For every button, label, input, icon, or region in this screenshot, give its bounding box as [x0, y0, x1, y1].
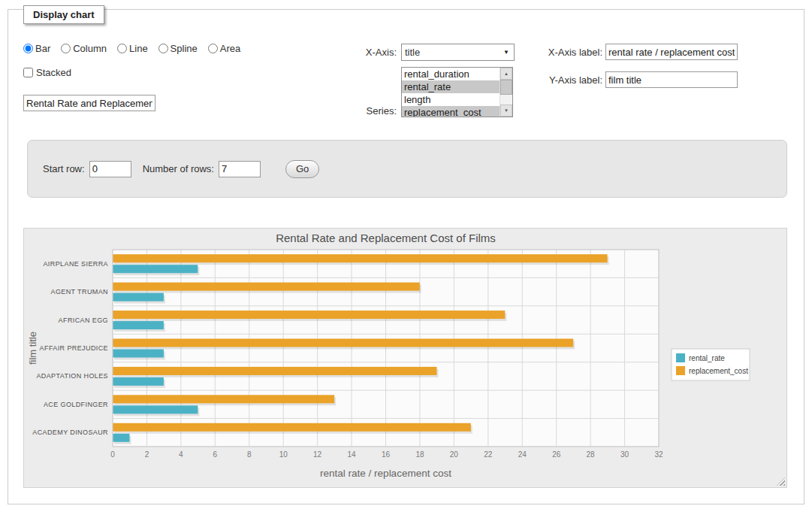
scroll-thumb[interactable] [500, 80, 512, 95]
x-tick-label: 12 [313, 450, 322, 459]
chart-type-radio-area[interactable] [208, 44, 218, 53]
chart-type-radio-spline[interactable] [158, 44, 168, 53]
x-axis-label-caption: X-Axis label: [534, 47, 602, 58]
bar-replacement_cost-5[interactable] [113, 395, 334, 403]
chart-canvas: 02468101214161820222426283032AIRPLANE SI… [24, 229, 786, 487]
x-tick-label: 10 [279, 450, 288, 459]
chart-xaxis-title: rental rate / replacement cost [320, 468, 451, 479]
panel-title: Display chart [23, 5, 104, 24]
x-tick-label: 32 [654, 450, 663, 459]
display-chart-fieldset: Display chart BarColumnLineSplineArea St… [8, 9, 804, 504]
legend-label-replacement_cost: replacement_cost [689, 367, 748, 375]
category-label: ADAPTATION HOLES [36, 372, 108, 380]
x-tick-label: 30 [620, 450, 629, 459]
x-tick-label: 8 [247, 450, 252, 459]
chart-type-label: Spline [171, 43, 198, 54]
scroll-up-icon[interactable]: ▲ [500, 68, 512, 80]
chart-type-line[interactable]: Line [117, 43, 148, 54]
bar-replacement_cost-0[interactable] [113, 254, 608, 262]
x-tick-label: 28 [587, 450, 596, 459]
bar-replacement_cost-6[interactable] [113, 423, 471, 432]
bar-rental_rate-5[interactable] [113, 405, 198, 414]
chart-title: Rental Rate and Replacement Cost of Film… [276, 232, 496, 244]
bar-rental_rate-1[interactable] [113, 293, 164, 301]
stacked-option[interactable]: Stacked [23, 67, 71, 78]
x-tick-label: 22 [484, 450, 493, 459]
x-tick-label: 18 [415, 450, 424, 459]
go-button[interactable]: Go [285, 160, 319, 178]
chart-svg: 02468101214161820222426283032AIRPLANE SI… [24, 229, 786, 487]
number-of-rows-caption: Number of rows: [143, 163, 214, 174]
category-label: ACADEMY DINOSAUR [32, 429, 108, 436]
chart-yaxis-title: film title [27, 332, 38, 365]
bar-rental_rate-3[interactable] [113, 350, 164, 358]
chart-type-label: Area [220, 43, 240, 54]
bar-rental_rate-2[interactable] [113, 321, 164, 329]
chart-type-radio-column[interactable] [61, 44, 71, 53]
bar-rental_rate-6[interactable] [113, 434, 129, 442]
select-dropdown-arrow-icon: ▼ [503, 49, 509, 56]
x-tick-label: 4 [179, 450, 183, 459]
start-row-input[interactable] [89, 161, 131, 177]
category-label: AFFAIR PREJUDICE [40, 344, 108, 352]
series-caption: Series: [337, 105, 397, 117]
chart-type-label: Bar [35, 43, 50, 54]
start-row-caption: Start row: [43, 163, 85, 174]
stacked-label: Stacked [36, 67, 71, 78]
x-tick-label: 0 [110, 450, 115, 459]
x-axis-label-input[interactable] [605, 44, 738, 60]
category-label: AGENT TRUMAN [51, 288, 108, 295]
chart-panel: 02468101214161820222426283032AIRPLANE SI… [23, 228, 787, 488]
series-option-replacement_cost[interactable]: replacement_cost [402, 106, 500, 117]
category-label: AFRICAN EGG [59, 317, 108, 324]
x-axis-selected-value: title [405, 47, 420, 58]
y-axis-label-caption: Y-Axis label: [534, 74, 602, 86]
bar-replacement_cost-2[interactable] [113, 311, 505, 319]
category-label: ACE GOLDFINGER [44, 401, 108, 408]
display-chart-page: Display chart BarColumnLineSplineArea St… [0, 0, 812, 512]
series-option-rental_duration[interactable]: rental_duration [402, 68, 500, 80]
x-tick-label: 20 [450, 450, 459, 459]
bar-replacement_cost-1[interactable] [113, 283, 420, 291]
y-axis-label-input[interactable] [605, 71, 738, 88]
legend-swatch-rental_rate [676, 353, 685, 362]
chart-type-radio-line[interactable] [117, 44, 127, 53]
chart-type-radio-bar[interactable] [23, 44, 33, 53]
x-tick-label: 16 [382, 450, 391, 459]
legend-label-rental_rate: rental_rate [689, 354, 725, 362]
series-listbox[interactable]: rental_durationrental_ratelengthreplacem… [401, 67, 513, 117]
bar-replacement_cost-3[interactable] [113, 339, 573, 347]
chart-title-input[interactable] [23, 95, 155, 111]
chart-type-label: Column [73, 43, 107, 54]
series-option-rental_rate[interactable]: rental_rate [402, 80, 500, 93]
legend-swatch-replacement_cost [676, 366, 685, 375]
bar-replacement_cost-4[interactable] [113, 367, 436, 375]
chart-type-label: Line [129, 43, 148, 54]
series-options: rental_durationrental_ratelengthreplacem… [402, 68, 500, 117]
chart-type-area[interactable]: Area [208, 43, 240, 54]
x-tick-label: 14 [348, 450, 357, 459]
x-tick-label: 2 [145, 450, 149, 459]
x-tick-label: 24 [518, 450, 527, 459]
chart-type-column[interactable]: Column [61, 43, 107, 54]
rows-panel: Start row: Number of rows: Go [27, 140, 787, 198]
series-option-length[interactable]: length [402, 93, 500, 106]
chart-type-radios: BarColumnLineSplineArea [23, 43, 240, 54]
category-label: AIRPLANE SIERRA [43, 260, 108, 268]
x-tick-label: 26 [552, 450, 561, 459]
chart-type-spline[interactable]: Spline [158, 43, 198, 54]
number-of-rows-input[interactable] [219, 161, 261, 177]
scroll-down-icon[interactable]: ▼ [500, 105, 512, 117]
x-axis-caption: X-Axis: [337, 47, 397, 58]
bar-rental_rate-4[interactable] [113, 377, 164, 386]
stacked-checkbox[interactable] [23, 68, 33, 77]
x-tick-label: 6 [213, 450, 218, 459]
chart-type-bar[interactable]: Bar [23, 43, 50, 54]
x-axis-select[interactable]: title ▼ [401, 44, 515, 61]
bar-rental_rate-0[interactable] [113, 265, 198, 273]
series-scrollbar[interactable]: ▲ ▼ [500, 68, 512, 117]
